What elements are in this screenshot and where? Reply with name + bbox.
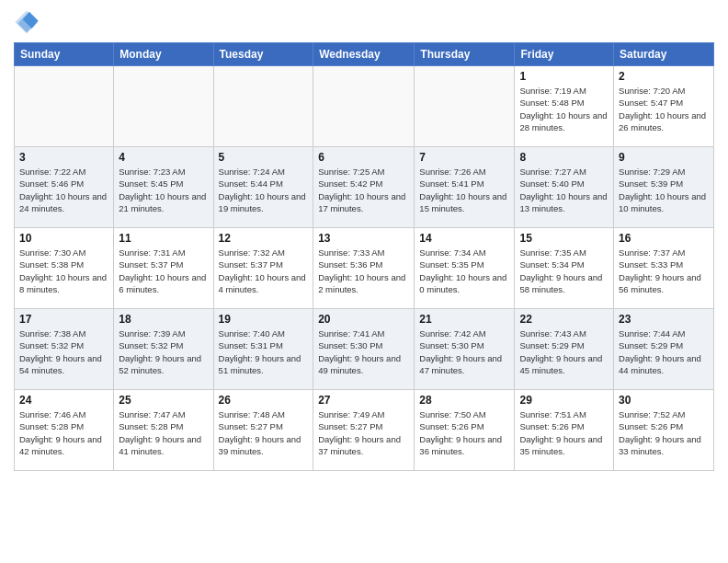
logo: [14, 9, 43, 35]
calendar-cell: 8Sunrise: 7:27 AMSunset: 5:40 PMDaylight…: [515, 147, 614, 228]
day-number: 15: [519, 232, 609, 245]
day-info: Sunrise: 7:37 AMSunset: 5:33 PMDaylight:…: [619, 247, 709, 295]
calendar-cell: 24Sunrise: 7:46 AMSunset: 5:28 PMDayligh…: [15, 390, 114, 471]
calendar-cell: [415, 66, 515, 147]
day-number: 10: [19, 232, 108, 245]
day-info: Sunrise: 7:34 AMSunset: 5:35 PMDaylight:…: [419, 247, 509, 295]
day-number: 29: [519, 394, 609, 407]
day-info: Sunrise: 7:31 AMSunset: 5:37 PMDaylight:…: [119, 247, 208, 295]
day-info: Sunrise: 7:52 AMSunset: 5:26 PMDaylight:…: [619, 408, 709, 457]
day-info: Sunrise: 7:19 AMSunset: 5:48 PMDaylight:…: [519, 85, 609, 133]
day-info: Sunrise: 7:33 AMSunset: 5:36 PMDaylight:…: [318, 247, 409, 295]
day-info: Sunrise: 7:35 AMSunset: 5:34 PMDaylight:…: [519, 247, 609, 295]
calendar-cell: 1Sunrise: 7:19 AMSunset: 5:48 PMDaylight…: [515, 66, 614, 147]
calendar-cell: 15Sunrise: 7:35 AMSunset: 5:34 PMDayligh…: [515, 228, 614, 309]
calendar-cell: 7Sunrise: 7:26 AMSunset: 5:41 PMDaylight…: [415, 147, 515, 228]
calendar: SundayMondayTuesdayWednesdayThursdayFrid…: [14, 42, 714, 471]
day-info: Sunrise: 7:43 AMSunset: 5:29 PMDaylight:…: [519, 327, 609, 376]
calendar-cell: [114, 66, 213, 147]
day-number: 25: [119, 394, 208, 407]
calendar-cell: 12Sunrise: 7:32 AMSunset: 5:37 PMDayligh…: [213, 228, 313, 309]
day-number: 13: [318, 232, 409, 245]
day-number: 21: [419, 313, 509, 326]
weekday-header-thursday: Thursday: [415, 43, 515, 66]
weekday-header-monday: Monday: [114, 43, 213, 66]
day-number: 16: [619, 232, 709, 245]
day-number: 28: [419, 394, 509, 407]
day-info: Sunrise: 7:24 AMSunset: 5:44 PMDaylight:…: [219, 166, 309, 214]
day-info: Sunrise: 7:49 AMSunset: 5:27 PMDaylight:…: [318, 408, 409, 457]
calendar-week-5: 24Sunrise: 7:46 AMSunset: 5:28 PMDayligh…: [15, 390, 714, 471]
calendar-cell: 4Sunrise: 7:23 AMSunset: 5:45 PMDaylight…: [114, 147, 213, 228]
calendar-cell: 16Sunrise: 7:37 AMSunset: 5:33 PMDayligh…: [614, 228, 714, 309]
day-info: Sunrise: 7:40 AMSunset: 5:31 PMDaylight:…: [219, 327, 309, 376]
day-number: 23: [619, 313, 709, 326]
day-number: 30: [619, 394, 709, 407]
calendar-cell: 19Sunrise: 7:40 AMSunset: 5:31 PMDayligh…: [213, 309, 313, 390]
day-info: Sunrise: 7:47 AMSunset: 5:28 PMDaylight:…: [119, 408, 208, 457]
day-number: 1: [519, 70, 609, 83]
day-info: Sunrise: 7:41 AMSunset: 5:30 PMDaylight:…: [318, 327, 409, 376]
day-info: Sunrise: 7:20 AMSunset: 5:47 PMDaylight:…: [619, 85, 709, 133]
day-info: Sunrise: 7:42 AMSunset: 5:30 PMDaylight:…: [419, 327, 509, 376]
calendar-cell: 26Sunrise: 7:48 AMSunset: 5:27 PMDayligh…: [213, 390, 313, 471]
calendar-cell: 17Sunrise: 7:38 AMSunset: 5:32 PMDayligh…: [15, 309, 114, 390]
day-number: 24: [19, 394, 108, 407]
calendar-cell: 29Sunrise: 7:51 AMSunset: 5:26 PMDayligh…: [515, 390, 614, 471]
calendar-header: SundayMondayTuesdayWednesdayThursdayFrid…: [15, 43, 714, 66]
day-info: Sunrise: 7:22 AMSunset: 5:46 PMDaylight:…: [19, 166, 108, 214]
day-info: Sunrise: 7:50 AMSunset: 5:26 PMDaylight:…: [419, 408, 509, 457]
calendar-cell: 27Sunrise: 7:49 AMSunset: 5:27 PMDayligh…: [313, 390, 415, 471]
day-info: Sunrise: 7:26 AMSunset: 5:41 PMDaylight:…: [419, 166, 509, 214]
calendar-week-3: 10Sunrise: 7:30 AMSunset: 5:38 PMDayligh…: [15, 228, 714, 309]
day-info: Sunrise: 7:44 AMSunset: 5:29 PMDaylight:…: [619, 327, 709, 376]
weekday-header-sunday: Sunday: [15, 43, 114, 66]
calendar-cell: [213, 66, 313, 147]
weekday-header-friday: Friday: [515, 43, 614, 66]
calendar-cell: 13Sunrise: 7:33 AMSunset: 5:36 PMDayligh…: [313, 228, 415, 309]
page: SundayMondayTuesdayWednesdayThursdayFrid…: [0, 0, 728, 563]
day-number: 17: [19, 313, 108, 326]
calendar-cell: 20Sunrise: 7:41 AMSunset: 5:30 PMDayligh…: [313, 309, 415, 390]
day-info: Sunrise: 7:38 AMSunset: 5:32 PMDaylight:…: [19, 327, 108, 376]
logo-icon: [14, 9, 40, 35]
weekday-header-saturday: Saturday: [614, 43, 714, 66]
day-info: Sunrise: 7:51 AMSunset: 5:26 PMDaylight:…: [519, 408, 609, 457]
calendar-cell: 14Sunrise: 7:34 AMSunset: 5:35 PMDayligh…: [415, 228, 515, 309]
weekday-header-wednesday: Wednesday: [313, 43, 415, 66]
calendar-body: 1Sunrise: 7:19 AMSunset: 5:48 PMDaylight…: [15, 66, 714, 471]
day-info: Sunrise: 7:48 AMSunset: 5:27 PMDaylight:…: [219, 408, 309, 457]
calendar-cell: 6Sunrise: 7:25 AMSunset: 5:42 PMDaylight…: [313, 147, 415, 228]
calendar-cell: 22Sunrise: 7:43 AMSunset: 5:29 PMDayligh…: [515, 309, 614, 390]
calendar-cell: 5Sunrise: 7:24 AMSunset: 5:44 PMDaylight…: [213, 147, 313, 228]
day-number: 12: [219, 232, 309, 245]
calendar-cell: 23Sunrise: 7:44 AMSunset: 5:29 PMDayligh…: [614, 309, 714, 390]
calendar-cell: 25Sunrise: 7:47 AMSunset: 5:28 PMDayligh…: [114, 390, 213, 471]
calendar-cell: 9Sunrise: 7:29 AMSunset: 5:39 PMDaylight…: [614, 147, 714, 228]
day-info: Sunrise: 7:32 AMSunset: 5:37 PMDaylight:…: [219, 247, 309, 295]
day-number: 26: [219, 394, 309, 407]
calendar-cell: 18Sunrise: 7:39 AMSunset: 5:32 PMDayligh…: [114, 309, 213, 390]
day-number: 20: [318, 313, 409, 326]
day-number: 14: [419, 232, 509, 245]
header: [14, 9, 714, 35]
weekday-header-row: SundayMondayTuesdayWednesdayThursdayFrid…: [15, 43, 714, 66]
calendar-cell: 28Sunrise: 7:50 AMSunset: 5:26 PMDayligh…: [415, 390, 515, 471]
weekday-header-tuesday: Tuesday: [213, 43, 313, 66]
day-info: Sunrise: 7:23 AMSunset: 5:45 PMDaylight:…: [119, 166, 208, 214]
day-number: 9: [619, 151, 709, 164]
calendar-week-2: 3Sunrise: 7:22 AMSunset: 5:46 PMDaylight…: [15, 147, 714, 228]
day-number: 11: [119, 232, 208, 245]
calendar-cell: 10Sunrise: 7:30 AMSunset: 5:38 PMDayligh…: [15, 228, 114, 309]
day-info: Sunrise: 7:29 AMSunset: 5:39 PMDaylight:…: [619, 166, 709, 214]
day-number: 18: [119, 313, 208, 326]
calendar-cell: [313, 66, 415, 147]
day-number: 4: [119, 151, 208, 164]
day-number: 27: [318, 394, 409, 407]
day-number: 8: [519, 151, 609, 164]
day-number: 22: [519, 313, 609, 326]
calendar-cell: 21Sunrise: 7:42 AMSunset: 5:30 PMDayligh…: [415, 309, 515, 390]
day-number: 5: [219, 151, 309, 164]
day-number: 6: [318, 151, 409, 164]
day-number: 2: [619, 70, 709, 83]
